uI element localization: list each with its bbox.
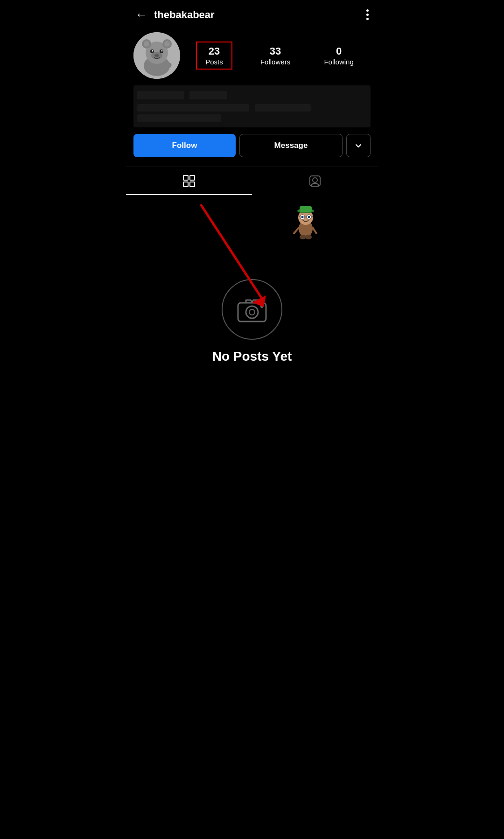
svg-rect-16 bbox=[183, 182, 188, 187]
tab-grid[interactable] bbox=[126, 167, 252, 195]
action-buttons: Follow Message bbox=[133, 134, 371, 157]
tagged-icon bbox=[308, 175, 322, 188]
content-area: No Posts Yet bbox=[126, 195, 378, 475]
sticker-character bbox=[289, 200, 322, 237]
grid-icon bbox=[182, 175, 196, 188]
posts-count: 23 bbox=[209, 45, 220, 57]
svg-point-19 bbox=[313, 178, 317, 182]
svg-rect-15 bbox=[190, 175, 195, 180]
header: ← thebakabear bbox=[126, 0, 378, 28]
posts-label: Posts bbox=[205, 58, 223, 66]
svg-point-36 bbox=[305, 235, 312, 239]
profile-section: 23 Posts 33 Followers 0 Following Follow… bbox=[126, 28, 378, 157]
svg-point-40 bbox=[260, 305, 263, 308]
followers-stat[interactable]: 33 Followers bbox=[255, 42, 296, 69]
svg-point-29 bbox=[308, 216, 310, 218]
blur-block-5 bbox=[137, 114, 221, 122]
svg-point-12 bbox=[154, 54, 159, 57]
avatar[interactable] bbox=[133, 32, 180, 79]
svg-point-9 bbox=[152, 50, 154, 52]
dot bbox=[366, 18, 369, 20]
svg-point-28 bbox=[301, 216, 304, 218]
svg-point-39 bbox=[249, 309, 255, 315]
stats-container: 23 Posts 33 Followers 0 Following bbox=[185, 42, 371, 69]
following-stat[interactable]: 0 Following bbox=[318, 42, 359, 69]
more-options-button[interactable] bbox=[366, 9, 369, 20]
camera-icon bbox=[236, 295, 268, 323]
svg-line-34 bbox=[313, 228, 316, 233]
back-button[interactable]: ← bbox=[135, 7, 147, 22]
svg-rect-14 bbox=[183, 175, 188, 180]
follow-button[interactable]: Follow bbox=[133, 134, 236, 157]
no-posts-title: No Posts Yet bbox=[212, 349, 292, 364]
svg-rect-25 bbox=[300, 206, 312, 212]
blur-block-3 bbox=[137, 104, 249, 112]
bio-area bbox=[133, 85, 371, 127]
svg-point-5 bbox=[144, 41, 149, 47]
svg-point-10 bbox=[161, 50, 163, 52]
tab-tagged[interactable] bbox=[252, 167, 378, 195]
dot bbox=[366, 9, 369, 12]
message-button[interactable]: Message bbox=[239, 134, 343, 157]
tabs-container bbox=[126, 167, 378, 195]
no-posts-section: No Posts Yet bbox=[203, 279, 301, 364]
svg-point-6 bbox=[164, 41, 170, 47]
camera-circle bbox=[222, 279, 282, 340]
blur-block-1 bbox=[137, 91, 184, 99]
profile-top: 23 Posts 33 Followers 0 Following bbox=[133, 32, 371, 79]
followers-label: Followers bbox=[260, 58, 290, 66]
followers-count: 33 bbox=[270, 45, 281, 57]
header-username: thebakabear bbox=[154, 9, 215, 21]
dropdown-button[interactable] bbox=[346, 134, 371, 157]
header-left: ← thebakabear bbox=[135, 7, 215, 22]
svg-point-35 bbox=[300, 235, 306, 239]
svg-point-38 bbox=[246, 306, 258, 318]
following-count: 0 bbox=[336, 45, 342, 57]
blur-block-2 bbox=[189, 91, 227, 99]
blur-block-4 bbox=[255, 104, 311, 112]
dot bbox=[366, 14, 369, 16]
following-label: Following bbox=[324, 58, 353, 66]
posts-stat[interactable]: 23 Posts bbox=[196, 42, 232, 69]
chevron-down-icon bbox=[354, 141, 363, 150]
svg-rect-17 bbox=[190, 182, 195, 187]
svg-line-33 bbox=[294, 228, 299, 233]
